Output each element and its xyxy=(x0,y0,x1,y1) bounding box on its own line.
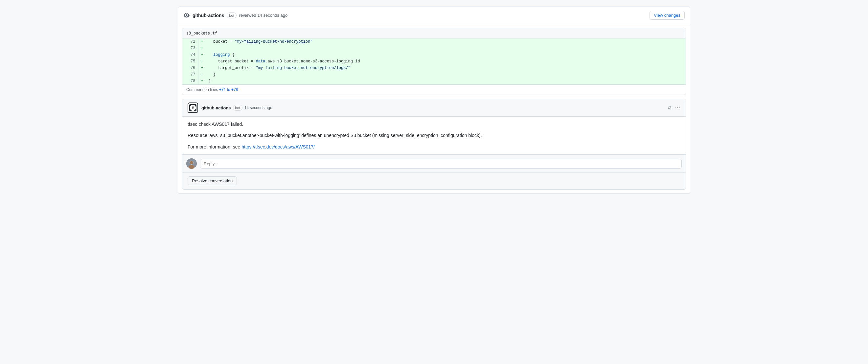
diff-marker: + xyxy=(198,65,206,71)
tfsec-link[interactable]: https://tfsec.dev/docs/aws/AWS017/ xyxy=(242,144,315,150)
svg-point-6 xyxy=(189,165,194,169)
diff-line-78: 78 + } xyxy=(182,78,686,85)
svg-point-5 xyxy=(190,161,193,164)
comment-body: tfsec check AWS017 failed. Resource 'aws… xyxy=(182,117,686,154)
diff-code: target_bucket = data.aws_s3_bucket.acme-… xyxy=(206,58,686,65)
diff-table: 72 + bucket = "my-failing-bucket-no-encr… xyxy=(182,38,686,85)
diff-code: } xyxy=(206,71,686,78)
reply-box xyxy=(182,155,686,172)
line-number: 72 xyxy=(182,38,198,45)
comment-item: github-actions bot 14 seconds ago ☺ ··· … xyxy=(182,99,686,155)
reply-avatar xyxy=(186,158,197,169)
comment-line-3: For more information, see https://tfsec.… xyxy=(188,143,680,150)
user-avatar-svg xyxy=(186,158,197,169)
diff-code: } xyxy=(206,78,686,85)
review-header-left: github-actions bot reviewed 14 seconds a… xyxy=(183,12,650,19)
comment-timestamp: 14 seconds ago xyxy=(244,105,272,110)
diff-marker: + xyxy=(198,45,206,52)
comment-actions: ☺ ··· xyxy=(667,105,680,111)
reply-input[interactable] xyxy=(200,159,682,169)
review-time: reviewed 14 seconds ago xyxy=(239,13,287,18)
diff-marker: + xyxy=(198,58,206,65)
comment-on-lines: Comment on lines +71 to +78 xyxy=(182,85,686,95)
comment-author: github-actions xyxy=(202,105,231,111)
comment-bot-badge: bot xyxy=(233,105,243,111)
github-actions-logo xyxy=(189,104,196,111)
line-number: 78 xyxy=(182,78,198,85)
diff-marker: + xyxy=(198,38,206,45)
review-container: github-actions bot reviewed 14 seconds a… xyxy=(178,6,690,194)
more-options-button[interactable]: ··· xyxy=(675,105,680,111)
line-number: 75 xyxy=(182,58,198,65)
diff-line-74: 74 + logging { xyxy=(182,52,686,58)
diff-code: bucket = "my-failing-bucket-no-encryptio… xyxy=(206,38,686,45)
resolve-conversation-button[interactable]: Resolve conversation xyxy=(188,176,237,185)
resolve-section: Resolve conversation xyxy=(182,172,686,189)
diff-code: target_prefix = "my-failing-bucket-not-e… xyxy=(206,65,686,71)
bot-badge: bot xyxy=(227,12,236,19)
line-number: 73 xyxy=(182,45,198,52)
diff-marker: + xyxy=(198,71,206,78)
line-number: 74 xyxy=(182,52,198,58)
comment-range-link[interactable]: +71 to +78 xyxy=(219,87,238,92)
comment-avatar xyxy=(188,102,198,113)
emoji-reaction-button[interactable]: ☺ xyxy=(667,105,672,111)
comment-line-1: tfsec check AWS017 failed. xyxy=(188,121,680,128)
diff-code xyxy=(206,45,686,52)
diff-marker: + xyxy=(198,52,206,58)
diff-line-76: 76 + target_prefix = "my-failing-bucket-… xyxy=(182,65,686,71)
diff-code: logging { xyxy=(206,52,686,58)
review-header: github-actions bot reviewed 14 seconds a… xyxy=(178,7,690,24)
diff-line-75: 75 + target_bucket = data.aws_s3_bucket.… xyxy=(182,58,686,65)
view-changes-button[interactable]: View changes xyxy=(650,11,685,20)
reviewer-name: github-actions xyxy=(192,13,224,18)
comment-thread: github-actions bot 14 seconds ago ☺ ··· … xyxy=(182,99,686,189)
line-number: 76 xyxy=(182,65,198,71)
diff-marker: + xyxy=(198,78,206,85)
comment-header-info: github-actions bot 14 seconds ago xyxy=(202,105,667,111)
file-block: s3_buckets.tf 72 + bucket = "my-failing-… xyxy=(182,28,686,95)
eye-icon xyxy=(183,12,190,19)
comment-line-2: Resource 'aws_s3_bucket.another-bucket-w… xyxy=(188,132,680,139)
diff-line-77: 77 + } xyxy=(182,71,686,78)
comment-header: github-actions bot 14 seconds ago ☺ ··· xyxy=(182,99,686,117)
file-header: s3_buckets.tf xyxy=(182,28,686,38)
line-number: 77 xyxy=(182,71,198,78)
diff-line-73: 73 + xyxy=(182,45,686,52)
diff-line-72: 72 + bucket = "my-failing-bucket-no-encr… xyxy=(182,38,686,45)
